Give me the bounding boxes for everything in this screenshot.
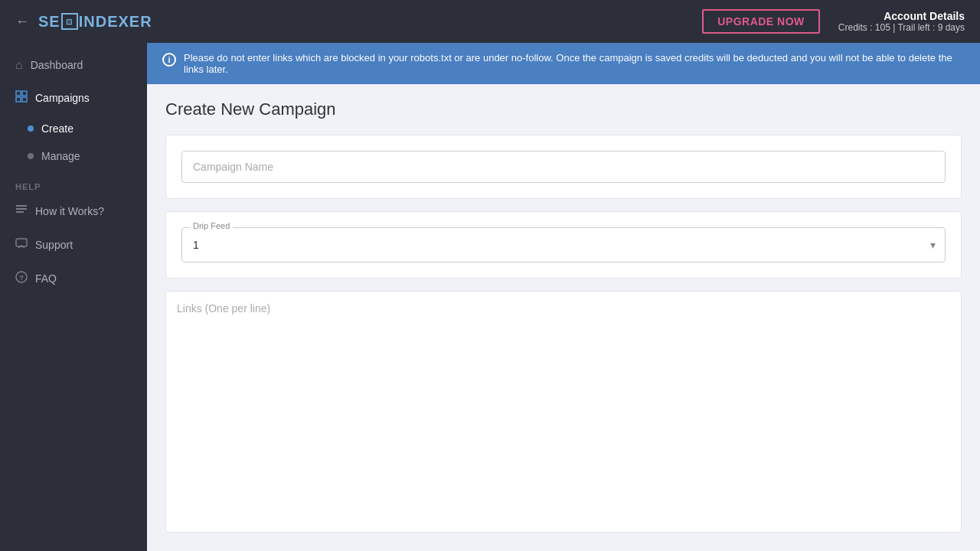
sidebar: ⌂ Dashboard Campaigns Create Manage [0, 43, 147, 551]
info-banner: i Please do not enter links which are bl… [147, 43, 980, 84]
sidebar-sub-items: Create Manage [0, 115, 147, 170]
save-area: SAVE [165, 545, 962, 551]
svg-text:?: ? [19, 274, 24, 282]
sidebar-label-create: Create [41, 122, 74, 135]
banner-text: Please do not enter links which are bloc… [184, 52, 965, 75]
logo-indexer: INDEXER [79, 13, 152, 31]
svg-rect-5 [16, 208, 27, 210]
faq-icon: ? [15, 271, 28, 286]
main-content: i Please do not enter links which are bl… [147, 43, 980, 551]
back-icon: ← [15, 14, 29, 30]
logo-icon: ⊡ [61, 13, 78, 30]
campaign-name-card [165, 135, 962, 199]
drip-feed-label: Drip Feed [190, 221, 233, 230]
links-card [165, 291, 962, 533]
sidebar-label-campaigns: Campaigns [35, 92, 90, 104]
sidebar-item-support[interactable]: Support [0, 228, 147, 262]
header: ← SE ⊡ INDEXER UPGRADE NOW Account Detai… [0, 0, 980, 43]
sidebar-label-dashboard: Dashboard [31, 59, 83, 71]
help-section-label: HELP [0, 170, 147, 194]
logo-se: SE [38, 13, 60, 31]
support-icon [15, 237, 28, 253]
drip-feed-select[interactable]: 1 2 3 4 5 [182, 228, 945, 262]
sidebar-label-manage: Manage [41, 150, 80, 162]
create-dot [28, 126, 34, 132]
header-left: ← SE ⊡ INDEXER [15, 13, 152, 31]
svg-rect-2 [16, 97, 21, 102]
support-label: Support [35, 239, 73, 251]
svg-rect-6 [16, 211, 24, 213]
sidebar-item-how-it-works[interactable]: How it Works? [0, 194, 147, 228]
svg-rect-3 [22, 97, 27, 102]
links-textarea[interactable] [166, 292, 961, 529]
campaigns-icon [15, 90, 28, 106]
layout: ⌂ Dashboard Campaigns Create Manage [0, 43, 980, 551]
upgrade-now-button[interactable]: UPGRADE NOW [702, 9, 820, 34]
header-right: UPGRADE NOW Account Details Credits : 10… [702, 9, 965, 34]
back-button[interactable]: ← [15, 14, 29, 30]
sidebar-item-campaigns[interactable]: Campaigns [0, 81, 147, 115]
svg-rect-4 [16, 205, 27, 207]
manage-dot [28, 153, 34, 159]
sidebar-item-dashboard[interactable]: ⌂ Dashboard [0, 49, 147, 81]
svg-rect-0 [16, 91, 21, 96]
home-icon: ⌂ [15, 58, 23, 72]
page-content: Create New Campaign Drip Feed 1 2 3 4 5 … [147, 84, 980, 551]
sidebar-item-faq[interactable]: ? FAQ [0, 262, 147, 295]
info-icon: i [162, 53, 176, 67]
how-it-works-label: How it Works? [35, 205, 104, 217]
account-details: Account Details Credits : 105 | Trail le… [838, 10, 965, 33]
sidebar-sub-item-manage[interactable]: Manage [0, 142, 147, 170]
logo: SE ⊡ INDEXER [38, 13, 152, 31]
drip-feed-card: Drip Feed 1 2 3 4 5 ▾ [165, 211, 962, 279]
account-title: Account Details [838, 10, 965, 22]
sidebar-sub-item-create[interactable]: Create [0, 115, 147, 142]
how-it-works-icon [15, 204, 28, 219]
svg-rect-1 [22, 91, 27, 96]
account-info: Credits : 105 | Trail left : 9 days [838, 22, 965, 33]
campaign-name-input[interactable] [181, 151, 946, 183]
faq-label: FAQ [35, 272, 57, 285]
drip-feed-wrapper: Drip Feed 1 2 3 4 5 ▾ [181, 227, 946, 262]
page-title: Create New Campaign [165, 99, 962, 119]
